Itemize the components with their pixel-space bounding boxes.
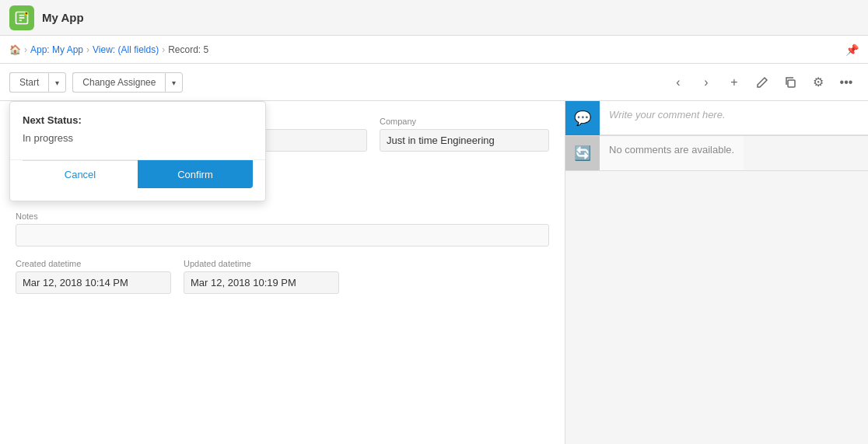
cancel-button[interactable]: Cancel [23, 160, 138, 188]
comment-input-area[interactable]: Write your comment here. [600, 101, 868, 135]
nav-prev-button[interactable]: ‹ [666, 70, 691, 95]
status-dropdown-popup: Next Status: In progress Cancel Confirm [9, 101, 266, 201]
start-button[interactable]: Start [9, 72, 48, 93]
settings-button[interactable]: ⚙ [806, 70, 831, 95]
updated-input[interactable] [184, 271, 339, 294]
breadcrumb: 🏠 › App: My App › View: (All fields) › R… [0, 36, 868, 64]
confirm-button[interactable]: Confirm [138, 160, 253, 188]
toolbar: Start Change Assignee ‹ › + ⚙ ••• Next S… [0, 64, 868, 101]
app-title: My App [42, 11, 84, 24]
change-assignee-button[interactable]: Change Assignee [72, 72, 165, 93]
no-comments-text: No comments are available. [609, 144, 734, 156]
notes-input[interactable] [16, 224, 549, 246]
updated-group: Updated datetime [184, 259, 339, 294]
breadcrumb-sep-3: › [162, 44, 165, 55]
comment-placeholder: Write your comment here. [609, 109, 726, 121]
svg-rect-7 [788, 80, 795, 87]
app-icon [9, 5, 34, 30]
sidebar: 💬 Write your comment here. 🔄 No comments… [565, 101, 868, 444]
popup-actions: Cancel Confirm [23, 160, 253, 188]
created-group: Created datetime [16, 259, 171, 294]
comment-history-area: No comments are available. [600, 136, 744, 170]
breadcrumb-app[interactable]: App: My App [30, 44, 83, 55]
breadcrumb-record: Record: 5 [168, 44, 208, 55]
created-input[interactable] [16, 271, 171, 294]
updated-label: Updated datetime [184, 259, 339, 268]
company-group: Company [380, 117, 549, 152]
edit-button[interactable] [750, 70, 775, 95]
history-tab-icon[interactable]: 🔄 [565, 136, 600, 170]
form-row-4: Created datetime Updated datetime [16, 259, 549, 294]
add-button[interactable]: + [722, 70, 747, 95]
notes-label: Notes [16, 212, 549, 221]
created-label: Created datetime [16, 259, 171, 268]
start-dropdown-button[interactable] [48, 72, 66, 93]
popup-title: Next Status: [23, 114, 253, 126]
breadcrumb-view[interactable]: View: (All fields) [93, 44, 159, 55]
copy-button[interactable] [778, 70, 803, 95]
toolbar-right: ‹ › + ⚙ ••• [666, 70, 859, 95]
breadcrumb-sep-1: › [24, 44, 27, 55]
start-button-group: Start [9, 72, 66, 93]
app-header: My App [0, 0, 868, 36]
comment-history-row: 🔄 No comments are available. [565, 136, 868, 171]
nav-next-button[interactable]: › [694, 70, 719, 95]
comment-input-row: 💬 Write your comment here. [565, 101, 868, 136]
change-assignee-dropdown[interactable] [165, 72, 183, 93]
company-input[interactable] [380, 129, 549, 152]
company-label: Company [380, 117, 549, 126]
breadcrumb-home[interactable]: 🏠 [9, 44, 21, 55]
comment-tab-icon[interactable]: 💬 [565, 101, 600, 135]
notes-group: Notes [16, 212, 549, 246]
change-assignee-group: Change Assignee [72, 72, 183, 93]
popup-status: In progress [23, 132, 253, 144]
breadcrumb-sep-2: › [86, 44, 89, 55]
pin-icon: 📌 [845, 44, 859, 56]
more-button[interactable]: ••• [834, 70, 859, 95]
form-row-3: Notes [16, 212, 549, 246]
